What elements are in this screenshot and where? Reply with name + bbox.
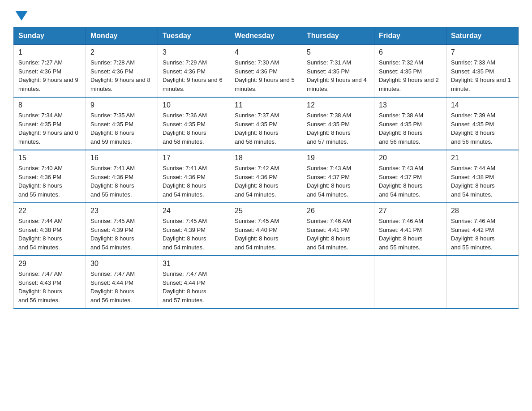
calendar-cell: [374, 256, 446, 308]
day-info: Sunrise: 7:41 AMSunset: 4:36 PMDaylight:…: [163, 164, 225, 199]
day-number: 7: [451, 48, 514, 56]
calendar-cell: 6Sunrise: 7:32 AMSunset: 4:35 PMDaylight…: [374, 45, 446, 98]
week-row-4: 22Sunrise: 7:44 AMSunset: 4:38 PMDayligh…: [14, 203, 519, 256]
calendar-cell: 8Sunrise: 7:34 AMSunset: 4:35 PMDaylight…: [14, 97, 86, 150]
day-info: Sunrise: 7:35 AMSunset: 4:35 PMDaylight:…: [90, 111, 153, 146]
day-info: Sunrise: 7:46 AMSunset: 4:41 PMDaylight:…: [307, 217, 369, 252]
week-row-5: 29Sunrise: 7:47 AMSunset: 4:43 PMDayligh…: [14, 256, 519, 308]
calendar-cell: 23Sunrise: 7:45 AMSunset: 4:39 PMDayligh…: [86, 203, 158, 256]
calendar-cell: 11Sunrise: 7:37 AMSunset: 4:35 PMDayligh…: [230, 97, 302, 150]
weekday-header-tuesday: Tuesday: [158, 27, 230, 45]
logo: [13, 9, 28, 19]
day-info: Sunrise: 7:41 AMSunset: 4:36 PMDaylight:…: [90, 164, 153, 199]
day-number: 6: [379, 48, 442, 56]
day-number: 25: [235, 207, 297, 215]
day-number: 29: [18, 260, 81, 268]
weekday-header-saturday: Saturday: [446, 27, 519, 45]
weekday-header-friday: Friday: [374, 27, 446, 45]
calendar-cell: 17Sunrise: 7:41 AMSunset: 4:36 PMDayligh…: [158, 150, 230, 203]
calendar-cell: 22Sunrise: 7:44 AMSunset: 4:38 PMDayligh…: [14, 203, 86, 256]
week-row-2: 8Sunrise: 7:34 AMSunset: 4:35 PMDaylight…: [14, 97, 519, 150]
day-info: Sunrise: 7:47 AMSunset: 4:44 PMDaylight:…: [90, 270, 153, 304]
weekday-header-sunday: Sunday: [14, 27, 86, 45]
day-number: 11: [235, 101, 297, 109]
day-info: Sunrise: 7:31 AMSunset: 4:35 PMDaylight:…: [307, 58, 369, 93]
calendar-cell: 27Sunrise: 7:46 AMSunset: 4:41 PMDayligh…: [374, 203, 446, 256]
day-number: 2: [90, 48, 153, 56]
day-number: 5: [307, 48, 369, 56]
day-info: Sunrise: 7:28 AMSunset: 4:36 PMDaylight:…: [90, 58, 153, 93]
calendar-cell: 5Sunrise: 7:31 AMSunset: 4:35 PMDaylight…: [302, 45, 374, 98]
day-number: 23: [90, 207, 153, 215]
calendar-cell: 12Sunrise: 7:38 AMSunset: 4:35 PMDayligh…: [302, 97, 374, 150]
day-number: 1: [18, 48, 81, 56]
calendar-table: SundayMondayTuesdayWednesdayThursdayFrid…: [13, 27, 519, 309]
day-number: 13: [379, 101, 442, 109]
day-info: Sunrise: 7:45 AMSunset: 4:39 PMDaylight:…: [90, 217, 153, 252]
day-number: 18: [235, 154, 297, 162]
calendar-cell: 3Sunrise: 7:29 AMSunset: 4:36 PMDaylight…: [158, 45, 230, 98]
calendar-cell: 21Sunrise: 7:44 AMSunset: 4:38 PMDayligh…: [446, 150, 519, 203]
day-number: 24: [163, 207, 225, 215]
calendar-cell: [230, 256, 302, 308]
day-number: 4: [235, 48, 297, 56]
day-number: 26: [307, 207, 369, 215]
calendar-cell: [446, 256, 519, 308]
day-number: 19: [307, 154, 369, 162]
calendar-cell: 24Sunrise: 7:45 AMSunset: 4:39 PMDayligh…: [158, 203, 230, 256]
day-number: 22: [18, 207, 81, 215]
day-info: Sunrise: 7:27 AMSunset: 4:36 PMDaylight:…: [18, 58, 81, 93]
calendar-cell: 7Sunrise: 7:33 AMSunset: 4:35 PMDaylight…: [446, 45, 519, 98]
day-number: 8: [18, 101, 81, 109]
calendar-cell: 19Sunrise: 7:43 AMSunset: 4:37 PMDayligh…: [302, 150, 374, 203]
day-number: 21: [451, 154, 514, 162]
day-info: Sunrise: 7:40 AMSunset: 4:36 PMDaylight:…: [18, 164, 81, 199]
calendar-cell: 18Sunrise: 7:42 AMSunset: 4:36 PMDayligh…: [230, 150, 302, 203]
day-number: 27: [379, 207, 442, 215]
day-number: 17: [163, 154, 225, 162]
calendar-cell: 2Sunrise: 7:28 AMSunset: 4:36 PMDaylight…: [86, 45, 158, 98]
calendar-cell: 1Sunrise: 7:27 AMSunset: 4:36 PMDaylight…: [14, 45, 86, 98]
day-info: Sunrise: 7:34 AMSunset: 4:35 PMDaylight:…: [18, 111, 81, 146]
day-info: Sunrise: 7:29 AMSunset: 4:36 PMDaylight:…: [163, 58, 225, 93]
day-info: Sunrise: 7:42 AMSunset: 4:36 PMDaylight:…: [235, 164, 297, 199]
day-number: 12: [307, 101, 369, 109]
weekday-header-monday: Monday: [86, 27, 158, 45]
calendar-cell: 29Sunrise: 7:47 AMSunset: 4:43 PMDayligh…: [14, 256, 86, 308]
calendar-cell: 30Sunrise: 7:47 AMSunset: 4:44 PMDayligh…: [86, 256, 158, 308]
day-number: 30: [90, 260, 153, 268]
day-number: 3: [163, 48, 225, 56]
week-row-3: 15Sunrise: 7:40 AMSunset: 4:36 PMDayligh…: [14, 150, 519, 203]
logo-triangle-icon: [15, 11, 28, 21]
day-number: 15: [18, 154, 81, 162]
day-number: 31: [163, 260, 225, 268]
calendar-cell: 10Sunrise: 7:36 AMSunset: 4:35 PMDayligh…: [158, 97, 230, 150]
weekday-header-thursday: Thursday: [302, 27, 374, 45]
calendar-cell: 15Sunrise: 7:40 AMSunset: 4:36 PMDayligh…: [14, 150, 86, 203]
weekday-header-wednesday: Wednesday: [230, 27, 302, 45]
calendar-cell: 26Sunrise: 7:46 AMSunset: 4:41 PMDayligh…: [302, 203, 374, 256]
day-info: Sunrise: 7:43 AMSunset: 4:37 PMDaylight:…: [307, 164, 369, 199]
day-info: Sunrise: 7:32 AMSunset: 4:35 PMDaylight:…: [379, 58, 442, 93]
day-number: 20: [379, 154, 442, 162]
day-info: Sunrise: 7:46 AMSunset: 4:41 PMDaylight:…: [379, 217, 442, 252]
day-number: 10: [163, 101, 225, 109]
day-info: Sunrise: 7:47 AMSunset: 4:44 PMDaylight:…: [163, 270, 225, 304]
calendar-cell: 16Sunrise: 7:41 AMSunset: 4:36 PMDayligh…: [86, 150, 158, 203]
calendar-cell: 13Sunrise: 7:38 AMSunset: 4:35 PMDayligh…: [374, 97, 446, 150]
calendar-cell: [302, 256, 374, 308]
calendar-cell: 31Sunrise: 7:47 AMSunset: 4:44 PMDayligh…: [158, 256, 230, 308]
day-info: Sunrise: 7:30 AMSunset: 4:36 PMDaylight:…: [235, 58, 297, 93]
calendar-cell: 14Sunrise: 7:39 AMSunset: 4:35 PMDayligh…: [446, 97, 519, 150]
calendar-cell: 20Sunrise: 7:43 AMSunset: 4:37 PMDayligh…: [374, 150, 446, 203]
day-info: Sunrise: 7:47 AMSunset: 4:43 PMDaylight:…: [18, 270, 81, 304]
day-number: 9: [90, 101, 153, 109]
day-info: Sunrise: 7:36 AMSunset: 4:35 PMDaylight:…: [163, 111, 225, 146]
day-info: Sunrise: 7:43 AMSunset: 4:37 PMDaylight:…: [379, 164, 442, 199]
day-info: Sunrise: 7:44 AMSunset: 4:38 PMDaylight:…: [18, 217, 81, 252]
calendar-cell: 4Sunrise: 7:30 AMSunset: 4:36 PMDaylight…: [230, 45, 302, 98]
day-number: 16: [90, 154, 153, 162]
day-info: Sunrise: 7:38 AMSunset: 4:35 PMDaylight:…: [307, 111, 369, 146]
calendar-cell: 9Sunrise: 7:35 AMSunset: 4:35 PMDaylight…: [86, 97, 158, 150]
day-info: Sunrise: 7:38 AMSunset: 4:35 PMDaylight:…: [379, 111, 442, 146]
